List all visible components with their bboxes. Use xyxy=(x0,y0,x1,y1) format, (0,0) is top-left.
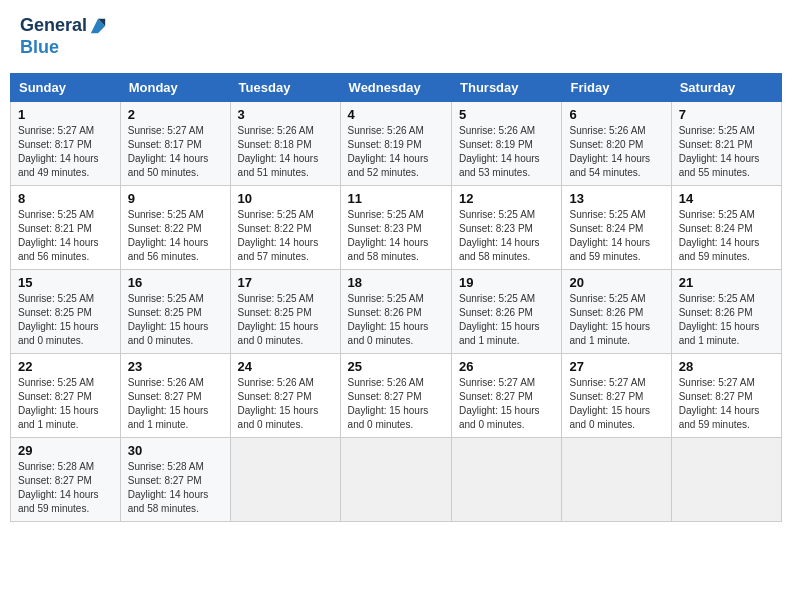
header-day-friday: Friday xyxy=(562,73,671,101)
calendar-week-1: 1Sunrise: 5:27 AMSunset: 8:17 PMDaylight… xyxy=(11,101,782,185)
header-row: SundayMondayTuesdayWednesdayThursdayFrid… xyxy=(11,73,782,101)
day-info: Sunrise: 5:25 AMSunset: 8:26 PMDaylight:… xyxy=(679,293,760,346)
calendar-cell: 6Sunrise: 5:26 AMSunset: 8:20 PMDaylight… xyxy=(562,101,671,185)
calendar-cell: 19Sunrise: 5:25 AMSunset: 8:26 PMDayligh… xyxy=(452,269,562,353)
calendar-cell: 20Sunrise: 5:25 AMSunset: 8:26 PMDayligh… xyxy=(562,269,671,353)
logo-icon xyxy=(89,17,107,35)
day-number: 21 xyxy=(679,275,774,290)
calendar-cell: 15Sunrise: 5:25 AMSunset: 8:25 PMDayligh… xyxy=(11,269,121,353)
day-number: 18 xyxy=(348,275,444,290)
logo-blue: Blue xyxy=(20,37,59,58)
calendar-cell: 28Sunrise: 5:27 AMSunset: 8:27 PMDayligh… xyxy=(671,353,781,437)
calendar-cell: 8Sunrise: 5:25 AMSunset: 8:21 PMDaylight… xyxy=(11,185,121,269)
calendar-cell: 27Sunrise: 5:27 AMSunset: 8:27 PMDayligh… xyxy=(562,353,671,437)
calendar-cell: 23Sunrise: 5:26 AMSunset: 8:27 PMDayligh… xyxy=(120,353,230,437)
day-number: 23 xyxy=(128,359,223,374)
calendar-cell: 25Sunrise: 5:26 AMSunset: 8:27 PMDayligh… xyxy=(340,353,451,437)
day-number: 14 xyxy=(679,191,774,206)
header-day-tuesday: Tuesday xyxy=(230,73,340,101)
calendar-week-5: 29Sunrise: 5:28 AMSunset: 8:27 PMDayligh… xyxy=(11,437,782,521)
day-info: Sunrise: 5:27 AMSunset: 8:17 PMDaylight:… xyxy=(128,125,209,178)
calendar-cell xyxy=(671,437,781,521)
day-info: Sunrise: 5:28 AMSunset: 8:27 PMDaylight:… xyxy=(18,461,99,514)
day-number: 5 xyxy=(459,107,554,122)
day-info: Sunrise: 5:25 AMSunset: 8:21 PMDaylight:… xyxy=(18,209,99,262)
calendar-table: SundayMondayTuesdayWednesdayThursdayFrid… xyxy=(10,73,782,522)
day-info: Sunrise: 5:25 AMSunset: 8:22 PMDaylight:… xyxy=(128,209,209,262)
calendar-cell: 30Sunrise: 5:28 AMSunset: 8:27 PMDayligh… xyxy=(120,437,230,521)
day-number: 27 xyxy=(569,359,663,374)
day-number: 8 xyxy=(18,191,113,206)
calendar-cell: 13Sunrise: 5:25 AMSunset: 8:24 PMDayligh… xyxy=(562,185,671,269)
calendar-cell: 3Sunrise: 5:26 AMSunset: 8:18 PMDaylight… xyxy=(230,101,340,185)
calendar-cell: 29Sunrise: 5:28 AMSunset: 8:27 PMDayligh… xyxy=(11,437,121,521)
calendar-cell: 5Sunrise: 5:26 AMSunset: 8:19 PMDaylight… xyxy=(452,101,562,185)
day-number: 10 xyxy=(238,191,333,206)
calendar-cell xyxy=(452,437,562,521)
header-day-sunday: Sunday xyxy=(11,73,121,101)
day-number: 13 xyxy=(569,191,663,206)
calendar-week-3: 15Sunrise: 5:25 AMSunset: 8:25 PMDayligh… xyxy=(11,269,782,353)
calendar-cell: 18Sunrise: 5:25 AMSunset: 8:26 PMDayligh… xyxy=(340,269,451,353)
day-info: Sunrise: 5:26 AMSunset: 8:18 PMDaylight:… xyxy=(238,125,319,178)
calendar-cell: 1Sunrise: 5:27 AMSunset: 8:17 PMDaylight… xyxy=(11,101,121,185)
day-number: 7 xyxy=(679,107,774,122)
calendar-week-2: 8Sunrise: 5:25 AMSunset: 8:21 PMDaylight… xyxy=(11,185,782,269)
day-info: Sunrise: 5:25 AMSunset: 8:25 PMDaylight:… xyxy=(238,293,319,346)
header-day-monday: Monday xyxy=(120,73,230,101)
day-number: 12 xyxy=(459,191,554,206)
calendar-cell: 7Sunrise: 5:25 AMSunset: 8:21 PMDaylight… xyxy=(671,101,781,185)
day-info: Sunrise: 5:26 AMSunset: 8:27 PMDaylight:… xyxy=(348,377,429,430)
day-number: 30 xyxy=(128,443,223,458)
day-info: Sunrise: 5:27 AMSunset: 8:17 PMDaylight:… xyxy=(18,125,99,178)
day-info: Sunrise: 5:25 AMSunset: 8:27 PMDaylight:… xyxy=(18,377,99,430)
day-info: Sunrise: 5:25 AMSunset: 8:25 PMDaylight:… xyxy=(128,293,209,346)
calendar-cell: 9Sunrise: 5:25 AMSunset: 8:22 PMDaylight… xyxy=(120,185,230,269)
day-info: Sunrise: 5:25 AMSunset: 8:23 PMDaylight:… xyxy=(459,209,540,262)
day-info: Sunrise: 5:26 AMSunset: 8:27 PMDaylight:… xyxy=(238,377,319,430)
day-number: 16 xyxy=(128,275,223,290)
day-info: Sunrise: 5:25 AMSunset: 8:26 PMDaylight:… xyxy=(348,293,429,346)
day-info: Sunrise: 5:25 AMSunset: 8:24 PMDaylight:… xyxy=(679,209,760,262)
day-number: 28 xyxy=(679,359,774,374)
calendar-cell: 22Sunrise: 5:25 AMSunset: 8:27 PMDayligh… xyxy=(11,353,121,437)
day-info: Sunrise: 5:25 AMSunset: 8:21 PMDaylight:… xyxy=(679,125,760,178)
day-info: Sunrise: 5:26 AMSunset: 8:19 PMDaylight:… xyxy=(348,125,429,178)
calendar-cell: 11Sunrise: 5:25 AMSunset: 8:23 PMDayligh… xyxy=(340,185,451,269)
calendar-cell: 10Sunrise: 5:25 AMSunset: 8:22 PMDayligh… xyxy=(230,185,340,269)
day-info: Sunrise: 5:25 AMSunset: 8:24 PMDaylight:… xyxy=(569,209,650,262)
day-info: Sunrise: 5:25 AMSunset: 8:26 PMDaylight:… xyxy=(459,293,540,346)
day-number: 4 xyxy=(348,107,444,122)
day-number: 1 xyxy=(18,107,113,122)
day-number: 20 xyxy=(569,275,663,290)
calendar-week-4: 22Sunrise: 5:25 AMSunset: 8:27 PMDayligh… xyxy=(11,353,782,437)
calendar-body: 1Sunrise: 5:27 AMSunset: 8:17 PMDaylight… xyxy=(11,101,782,521)
day-info: Sunrise: 5:25 AMSunset: 8:26 PMDaylight:… xyxy=(569,293,650,346)
calendar-cell: 24Sunrise: 5:26 AMSunset: 8:27 PMDayligh… xyxy=(230,353,340,437)
day-number: 15 xyxy=(18,275,113,290)
calendar-header: SundayMondayTuesdayWednesdayThursdayFrid… xyxy=(11,73,782,101)
logo-text: General xyxy=(20,15,87,37)
day-info: Sunrise: 5:26 AMSunset: 8:20 PMDaylight:… xyxy=(569,125,650,178)
day-number: 29 xyxy=(18,443,113,458)
day-info: Sunrise: 5:27 AMSunset: 8:27 PMDaylight:… xyxy=(679,377,760,430)
day-number: 22 xyxy=(18,359,113,374)
calendar-cell: 17Sunrise: 5:25 AMSunset: 8:25 PMDayligh… xyxy=(230,269,340,353)
day-info: Sunrise: 5:25 AMSunset: 8:25 PMDaylight:… xyxy=(18,293,99,346)
calendar-cell: 4Sunrise: 5:26 AMSunset: 8:19 PMDaylight… xyxy=(340,101,451,185)
day-number: 19 xyxy=(459,275,554,290)
day-info: Sunrise: 5:26 AMSunset: 8:27 PMDaylight:… xyxy=(128,377,209,430)
calendar-cell xyxy=(340,437,451,521)
page-header: General Blue xyxy=(10,10,782,63)
day-number: 9 xyxy=(128,191,223,206)
day-number: 3 xyxy=(238,107,333,122)
day-info: Sunrise: 5:28 AMSunset: 8:27 PMDaylight:… xyxy=(128,461,209,514)
calendar-cell: 16Sunrise: 5:25 AMSunset: 8:25 PMDayligh… xyxy=(120,269,230,353)
calendar-cell xyxy=(230,437,340,521)
day-number: 17 xyxy=(238,275,333,290)
day-number: 26 xyxy=(459,359,554,374)
header-day-wednesday: Wednesday xyxy=(340,73,451,101)
day-info: Sunrise: 5:25 AMSunset: 8:22 PMDaylight:… xyxy=(238,209,319,262)
day-number: 2 xyxy=(128,107,223,122)
day-info: Sunrise: 5:25 AMSunset: 8:23 PMDaylight:… xyxy=(348,209,429,262)
